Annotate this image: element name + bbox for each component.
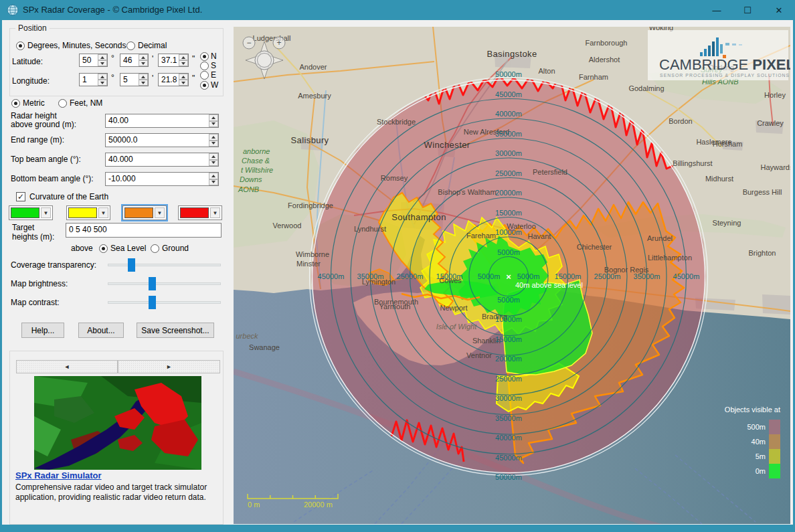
town-label: Wimborne xyxy=(296,250,329,258)
map-canvas[interactable]: LudgershallAndoverAmesburyStockbridgeSal… xyxy=(234,27,790,524)
target-heights-input[interactable]: 0 5 40 500 xyxy=(66,223,222,238)
color-combo-40m[interactable]: ▼ xyxy=(122,205,167,220)
chevron-down-icon[interactable]: ▼ xyxy=(155,207,165,218)
town-label: Amesbury xyxy=(298,92,331,100)
town-label: Bordon xyxy=(669,117,692,125)
sea-level-label: Sea Level xyxy=(110,244,146,253)
legend-label: 40m xyxy=(752,438,766,446)
slider-track[interactable] xyxy=(108,301,221,304)
sea-level-radio[interactable] xyxy=(99,244,108,253)
east-radio[interactable] xyxy=(200,71,209,80)
slider-thumb[interactable] xyxy=(128,258,135,272)
pan-center[interactable] xyxy=(255,51,274,70)
spinner[interactable] xyxy=(209,134,218,147)
feet-label: Feet, NM xyxy=(70,98,102,108)
ground-radio[interactable] xyxy=(151,244,159,253)
brightness-slider[interactable] xyxy=(108,277,221,290)
town-label: Farnham xyxy=(579,73,608,81)
transparency-slider[interactable] xyxy=(108,258,221,272)
slider-track[interactable] xyxy=(108,264,221,266)
logo-wordmark: CAMBRIDGE PIXEL xyxy=(659,56,790,73)
ring-label: 15000m xyxy=(495,335,522,343)
spinner[interactable] xyxy=(209,114,218,127)
color-swatch xyxy=(180,207,209,218)
position-group-title: Position xyxy=(15,23,50,33)
ring-label: 25000m xyxy=(397,272,424,280)
dms-radio[interactable] xyxy=(16,41,25,50)
decimal-radio[interactable] xyxy=(126,41,135,50)
promo-next-button[interactable]: ► xyxy=(118,360,220,373)
feet-radio[interactable] xyxy=(58,99,67,108)
ring-label: 20000m xyxy=(495,189,522,197)
latitude-degrees-input[interactable]: 50 xyxy=(79,54,108,67)
top-beam-input[interactable]: 40.000 xyxy=(105,153,219,167)
west-label: W xyxy=(211,80,218,90)
ring-label: 10000m xyxy=(495,228,522,236)
spinner[interactable] xyxy=(209,153,218,166)
spinner[interactable] xyxy=(139,54,148,66)
help-button[interactable]: Help... xyxy=(21,323,64,338)
spinner[interactable] xyxy=(139,74,148,86)
west-radio[interactable] xyxy=(200,81,209,90)
spinner[interactable] xyxy=(179,74,188,86)
slider-thumb[interactable] xyxy=(149,296,156,309)
south-radio[interactable] xyxy=(200,62,209,70)
color-combo-500m[interactable]: ▼ xyxy=(178,205,222,220)
latitude-minutes-input[interactable]: 46 xyxy=(120,54,149,67)
spinner[interactable] xyxy=(98,54,107,66)
promo-description: Comprehensive radar video and target tra… xyxy=(15,482,217,503)
spinner[interactable] xyxy=(98,74,107,86)
radar-height-input[interactable]: 40.00 xyxy=(105,114,219,128)
svg-text:−: − xyxy=(246,38,251,48)
app-icon xyxy=(7,4,19,16)
deg-unit: ° xyxy=(111,73,114,82)
top-beam-label: Top beam angle (°): xyxy=(11,155,81,164)
metric-label: Metric xyxy=(23,98,45,108)
town-label: Horley xyxy=(764,91,786,99)
maximize-button[interactable]: ☐ xyxy=(732,0,763,20)
color-combo-0m[interactable]: ▼ xyxy=(9,205,53,220)
radar-height-label2: above ground (m): xyxy=(11,120,76,129)
close-button[interactable]: ✕ xyxy=(763,0,795,20)
minimize-button[interactable]: — xyxy=(701,0,732,20)
color-combo-5m[interactable]: ▼ xyxy=(66,205,110,220)
legend-label: 500m xyxy=(747,423,766,431)
town-label: Lyndhurst xyxy=(354,225,386,233)
spx-radar-simulator-link[interactable]: SPx Radar Simulator xyxy=(15,470,102,480)
north-radio[interactable] xyxy=(200,52,209,61)
contrast-slider[interactable] xyxy=(108,296,221,309)
promo-prev-button[interactable]: ◄ xyxy=(16,360,118,373)
end-range-input[interactable]: 50000.0 xyxy=(105,133,219,147)
metric-radio[interactable] xyxy=(11,99,20,108)
ring-label: 30000m xyxy=(495,149,522,157)
ring-label: 45000m xyxy=(673,272,700,280)
window-title: SPx Radar Coverage - © Cambridge Pixel L… xyxy=(23,5,202,15)
spinner[interactable] xyxy=(209,173,218,185)
spinner[interactable] xyxy=(179,54,188,66)
chevron-down-icon[interactable]: ▼ xyxy=(210,207,220,218)
ring-label: 15000m xyxy=(555,272,582,280)
longitude-seconds-input[interactable]: 21.8 xyxy=(158,73,189,86)
slider-track[interactable] xyxy=(108,282,221,285)
longitude-minutes-input[interactable]: 5 xyxy=(120,73,149,86)
title-bar: SPx Radar Coverage - © Cambridge Pixel L… xyxy=(0,0,795,20)
zoom-out-button[interactable]: − xyxy=(243,37,255,49)
about-button[interactable]: About... xyxy=(78,323,124,338)
target-heights-label: Target xyxy=(12,223,34,232)
zoom-in-button[interactable]: + xyxy=(273,37,285,49)
chevron-down-icon[interactable]: ▼ xyxy=(41,207,51,218)
ring-label: 5000m xyxy=(478,272,501,280)
map-view[interactable]: LudgershallAndoverAmesburyStockbridgeSal… xyxy=(234,27,790,524)
slider-thumb[interactable] xyxy=(149,277,156,290)
curvature-checkbox[interactable]: ✓ xyxy=(16,192,25,201)
latitude-label: Latitude: xyxy=(12,57,43,66)
client-area: Position Degrees, Minutes, Seconds Decim… xyxy=(2,20,793,525)
longitude-degrees-input[interactable]: 1 xyxy=(79,73,108,86)
save-screenshot-button[interactable]: Save Screenshot... xyxy=(137,323,214,338)
app-window: SPx Radar Coverage - © Cambridge Pixel L… xyxy=(0,0,795,532)
above-label: above xyxy=(71,244,93,253)
target-heights-label2: heights (m): xyxy=(12,232,54,242)
latitude-seconds-input[interactable]: 37.1 xyxy=(158,54,189,67)
chevron-down-icon[interactable]: ▼ xyxy=(98,207,108,218)
bottom-beam-input[interactable]: -10.000 xyxy=(105,172,219,186)
